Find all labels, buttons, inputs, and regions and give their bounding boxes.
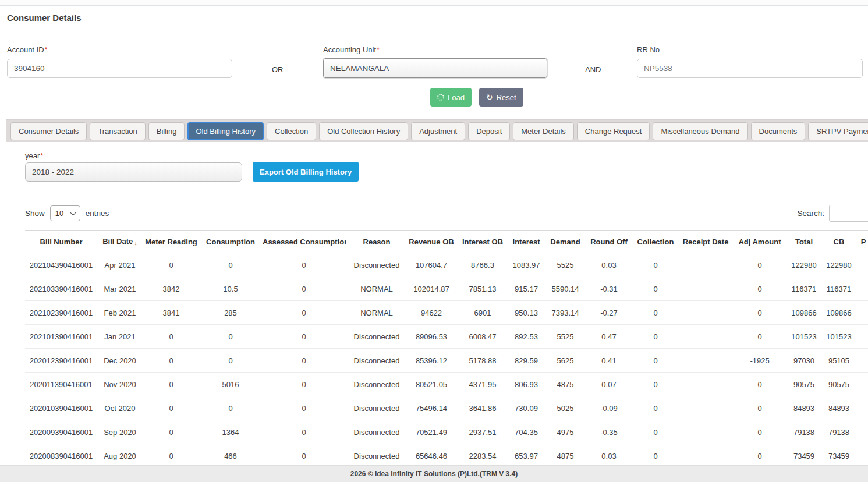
table-cell: 79138 (819, 420, 859, 444)
table-cell: 1083.97 (509, 253, 543, 277)
column-header-revenue-ob[interactable]: Revenue OB (407, 231, 456, 253)
table-cell (681, 420, 731, 444)
tab-old-billing-history[interactable]: Old Billing History (187, 122, 264, 140)
column-header-reason[interactable]: Reason (346, 231, 407, 253)
tab-change-request[interactable]: Change Request (577, 122, 650, 140)
tab-srtpv-payment-details[interactable]: SRTPV Payment Details (808, 122, 868, 140)
column-header-meter-reading[interactable]: Meter Reading (143, 231, 200, 253)
table-cell (681, 277, 731, 301)
search-group: Search: (797, 205, 868, 222)
column-header-total[interactable]: Total (789, 231, 819, 253)
year-group: year* 2018 - 2022 (25, 151, 242, 182)
table-cell: 73459 (819, 444, 859, 468)
table-cell: 84893 (789, 396, 819, 420)
table-cell: 0 (630, 373, 681, 396)
table-cell: Aug 2020 (97, 444, 143, 468)
column-header-demand[interactable]: Demand (543, 231, 587, 253)
accounting-unit-label: Accounting Unit* (323, 45, 380, 54)
table-cell (859, 277, 868, 301)
table-cell: 0 (200, 253, 261, 277)
table-cell: Disconnected (346, 253, 407, 277)
accounting-unit-select[interactable]: NELAMANGALA (323, 58, 547, 78)
column-header-bill-date[interactable]: Bill Date↓ (97, 231, 143, 253)
rr-no-input[interactable] (637, 59, 863, 78)
column-header-round-off[interactable]: Round Off (587, 231, 630, 253)
table-cell: Feb 2021 (97, 301, 143, 325)
table-cell: 0 (261, 349, 346, 373)
year-select[interactable]: 2018 - 2022 (25, 162, 242, 182)
table-cell: 0 (731, 325, 789, 349)
table-cell: 0 (731, 444, 789, 468)
load-button-label: Load (448, 93, 465, 102)
column-header-collection[interactable]: Collection (630, 231, 681, 253)
and-text: AND (585, 65, 601, 74)
table-cell: 0 (261, 253, 346, 277)
table-cell: 0 (630, 349, 681, 373)
table-cell: 0 (143, 349, 200, 373)
tab-adjustment[interactable]: Adjustment (411, 122, 465, 140)
tab-transaction[interactable]: Transaction (90, 122, 145, 140)
tab-old-collection-history[interactable]: Old Collection History (319, 122, 408, 140)
table-cell: 85396.12 (407, 349, 456, 373)
column-header-interest[interactable]: Interest (509, 231, 543, 253)
table-cell: 0 (143, 325, 200, 349)
tab-deposit[interactable]: Deposit (468, 122, 510, 140)
column-header-receipt-date[interactable]: Receipt Date (681, 231, 731, 253)
search-label: Search: (797, 209, 824, 218)
table-cell: Oct 2020 (97, 396, 143, 420)
table-cell: 84893 (819, 396, 859, 420)
table-cell (681, 349, 731, 373)
year-value: 2018 - 2022 (32, 168, 74, 176)
title-divider (0, 33, 868, 33)
table-cell: 116371 (789, 277, 819, 301)
table-cell: 75496.14 (407, 396, 456, 420)
table-cell (859, 253, 868, 277)
column-header-p[interactable]: P (859, 231, 868, 253)
load-button[interactable]: Load (430, 88, 472, 107)
entries-select-value: 10 (55, 209, 63, 218)
table-row: 202009390416001Sep 2020013640Disconnecte… (25, 420, 868, 444)
table-cell: 109866 (789, 301, 819, 325)
table-cell: 90575 (819, 373, 859, 396)
column-header-assessed-consumption[interactable]: Assessed Consumption (261, 231, 346, 253)
table-cell (681, 373, 731, 396)
table-cell: Disconnected (346, 444, 407, 468)
old-billing-history-table: Bill NumberBill Date↓Meter ReadingConsum… (25, 230, 868, 468)
tab-collection[interactable]: Collection (267, 122, 316, 140)
tab-billing[interactable]: Billing (148, 122, 185, 140)
footer-text: 2026 © Idea Infinity IT Solutions (P)Ltd… (350, 470, 518, 478)
table-cell: Disconnected (346, 420, 407, 444)
table-cell: 102014.87 (407, 277, 456, 301)
table-cell (681, 325, 731, 349)
table-cell: 122980 (789, 253, 819, 277)
table-cell: 0 (630, 253, 681, 277)
reset-button[interactable]: ↻ Reset (479, 88, 523, 107)
table-cell: 0 (731, 373, 789, 396)
table-cell: 109866 (819, 301, 859, 325)
table-header-row: Bill NumberBill Date↓Meter ReadingConsum… (25, 231, 868, 253)
tab-meter-details[interactable]: Meter Details (513, 122, 574, 140)
table-cell: Nov 2020 (97, 373, 143, 396)
column-header-cb[interactable]: CB (819, 231, 859, 253)
table-cell: 202012390416001 (25, 349, 97, 373)
table-cell: 0 (630, 420, 681, 444)
table-cell: 101523 (789, 325, 819, 349)
table-cell (681, 444, 731, 468)
column-header-bill-number[interactable]: Bill Number (25, 231, 97, 253)
tab-documents[interactable]: Documents (751, 122, 806, 140)
column-header-consumption[interactable]: Consumption (200, 231, 261, 253)
table-cell: 122980 (819, 253, 859, 277)
table-cell: 116371 (819, 277, 859, 301)
table-cell (859, 396, 868, 420)
search-input[interactable] (829, 205, 868, 222)
tab-miscellaneous-demand[interactable]: Miscellaneous Demand (653, 122, 747, 140)
table-cell: -0.35 (587, 420, 630, 444)
account-id-input[interactable] (7, 59, 232, 78)
account-id-label: Account ID* (7, 45, 48, 54)
required-asterisk: * (40, 151, 43, 160)
entries-select[interactable]: 10 (50, 205, 80, 221)
export-old-billing-history-button[interactable]: Export Old Billing History (253, 162, 359, 182)
tab-consumer-details[interactable]: Consumer Details (10, 122, 87, 140)
column-header-adj-amount[interactable]: Adj Amount (731, 231, 789, 253)
column-header-interest-ob[interactable]: Interest OB (456, 231, 509, 253)
